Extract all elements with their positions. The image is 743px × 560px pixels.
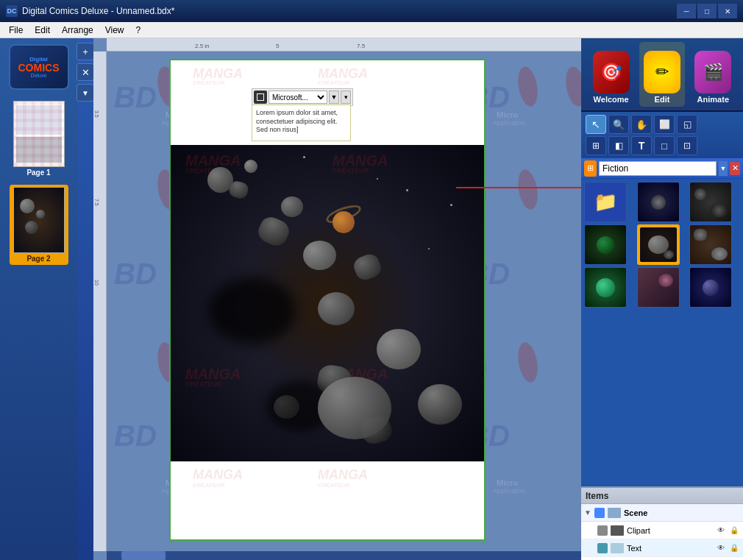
scene-label: Scene xyxy=(624,508,743,517)
minimize-button[interactable]: ─ xyxy=(677,4,696,18)
text-actions: 👁 🔒 xyxy=(715,542,740,554)
select-tool[interactable]: ↖ xyxy=(586,115,606,134)
edit-button[interactable]: ✏ Edit xyxy=(639,42,685,107)
page-1-label: Page 1 xyxy=(26,169,50,177)
titlebar-controls: ─ □ ✕ xyxy=(677,4,737,18)
app-logo: Digital COMICS Deluxe xyxy=(9,44,69,90)
items-header: Items xyxy=(581,488,743,504)
page-outer: MANGA CRÉATEUR MANGA CRÉATEUR Microsoft.… xyxy=(169,59,486,541)
text-tree-label: Text xyxy=(627,544,712,553)
crop2-tool[interactable]: ◱ xyxy=(677,115,697,134)
font-name-select[interactable]: Microsoft... xyxy=(269,91,327,104)
text-color-icon xyxy=(597,543,608,553)
library-dropdown-btn[interactable]: ▼ xyxy=(719,161,728,176)
text-bubble[interactable]: Lorem ipsum dolor sit amet, consectetuer… xyxy=(252,104,351,141)
maximize-button[interactable]: □ xyxy=(697,4,717,18)
text-tool[interactable]: T xyxy=(631,136,652,155)
page-1-thumb[interactable]: Page 1 xyxy=(10,99,68,179)
edit-label: Edit xyxy=(655,95,670,104)
titlebar-left: DC Digital Comics Deluxe - Unnamed.bdx* xyxy=(6,5,174,17)
font-color-swatch[interactable] xyxy=(254,91,267,104)
lib-item-selected[interactable] xyxy=(637,224,680,265)
titlebar: DC Digital Comics Deluxe - Unnamed.bdx* … xyxy=(0,0,743,22)
items-tree: ▼ Scene Clipart 👁 🔒 xyxy=(581,504,743,560)
tools-panel: ↖ 🔍 ✋ ⬜ ◱ ⊞ ◧ T □ ⊡ xyxy=(581,112,743,158)
grid-tool[interactable]: ⊞ xyxy=(586,136,606,155)
lib-folder-item[interactable]: 📁 xyxy=(584,182,627,222)
library-panel: ⊞ ▼ ✕ 📁 xyxy=(581,158,743,486)
app-icon: DC xyxy=(6,5,18,17)
lib-item-3[interactable] xyxy=(584,224,627,265)
font-toolbar: Microsoft... ▼ ▾ xyxy=(252,88,353,106)
welcome-label: Welcome xyxy=(594,95,629,104)
clipart-label: Clipart xyxy=(627,526,712,535)
welcome-button[interactable]: 🎯 Welcome xyxy=(589,42,634,107)
menu-help[interactable]: ? xyxy=(130,24,147,37)
canvas-area: 2.5 in 5 7.5 3.5 7.5 10 BD BD BD BD BD B… xyxy=(93,38,581,560)
left-panel: Digital COMICS Deluxe Page 1 Page 2 xyxy=(0,38,77,560)
crop-tool[interactable]: ⬜ xyxy=(654,115,675,134)
animate-label: Animate xyxy=(697,95,729,104)
h-scroll-thumb[interactable] xyxy=(121,551,166,560)
library-close-btn[interactable]: ✕ xyxy=(730,162,740,175)
text-lock-btn[interactable]: 🔒 xyxy=(728,542,740,554)
add-page-button[interactable]: + xyxy=(77,43,94,60)
library-header: ⊞ ▼ ✕ xyxy=(581,158,743,179)
text-visibility-btn[interactable]: 👁 xyxy=(715,542,727,554)
select2-tool[interactable]: ⊡ xyxy=(677,136,697,155)
font-size-btn[interactable]: ▾ xyxy=(341,91,351,104)
lib-item-6[interactable] xyxy=(584,267,627,308)
scene-color-icon xyxy=(594,508,605,518)
h-scrollbar[interactable] xyxy=(107,551,581,560)
menu-file[interactable]: File xyxy=(3,24,29,37)
tree-item-scene[interactable]: ▼ Scene xyxy=(581,504,743,522)
page-2-thumb[interactable]: Page 2 xyxy=(10,185,68,265)
lib-item-1[interactable] xyxy=(637,182,680,222)
scene-thumb xyxy=(608,508,621,518)
folder-icon: 📁 xyxy=(594,191,617,213)
edit-icon: ✏ xyxy=(644,51,680,93)
library-content: 📁 xyxy=(581,179,743,486)
text-thumb xyxy=(611,543,624,553)
library-grid-icon: ⊞ xyxy=(584,160,597,177)
del-page-button[interactable]: ✕ xyxy=(77,63,94,81)
page-top-area: MANGA CRÉATEUR MANGA CRÉATEUR Microsoft.… xyxy=(171,60,484,539)
tools-row-1: ↖ 🔍 ✋ ⬜ ◱ xyxy=(586,115,739,134)
space-scene: MANGA CRÉATEUR MANGA CRÉATEUR MANGA CRÉA… xyxy=(171,145,484,461)
rect-tool[interactable]: □ xyxy=(654,136,675,155)
canvas-workspace: BD BD BD BD BD BD BD BD BD xyxy=(107,52,581,551)
animate-button[interactable]: 🎬 Animate xyxy=(690,42,736,107)
menu-edit[interactable]: Edit xyxy=(29,24,56,37)
side-tools: + ✕ ▼ xyxy=(77,38,93,560)
scene-expand-icon: ▼ xyxy=(584,508,591,517)
clipart-thumb xyxy=(611,525,624,536)
lib-item-2[interactable] xyxy=(689,182,732,222)
clipart-lock-btn[interactable]: 🔒 xyxy=(728,525,740,536)
lib-item-5[interactable] xyxy=(689,224,732,265)
lib-item-8[interactable] xyxy=(689,267,732,308)
hand-tool[interactable]: ✋ xyxy=(631,115,652,134)
font-dropdown-btn[interactable]: ▼ xyxy=(329,91,339,104)
clipart-visibility-btn[interactable]: 👁 xyxy=(715,525,727,536)
close-button[interactable]: ✕ xyxy=(718,4,737,18)
animate-icon: 🎬 xyxy=(694,51,731,93)
welcome-icon: 🎯 xyxy=(593,51,630,93)
move-page-button[interactable]: ▼ xyxy=(77,84,94,102)
mode-buttons: 🎯 Welcome ✏ Edit 🎬 Animate xyxy=(581,38,743,112)
menu-view[interactable]: View xyxy=(99,24,130,37)
red-arrow xyxy=(456,166,581,210)
ruler-top: 2.5 in 5 7.5 xyxy=(107,38,581,52)
library-title-input[interactable] xyxy=(599,161,717,176)
split-tool[interactable]: ◧ xyxy=(608,136,629,155)
zoom-tool[interactable]: 🔍 xyxy=(608,115,629,134)
page-bottom-area: MANGA CRÉATEUR MANGA CRÉATEUR xyxy=(171,461,484,539)
tree-item-clipart[interactable]: Clipart 👁 🔒 xyxy=(581,522,743,539)
clipart-actions: 👁 🔒 xyxy=(715,525,740,536)
items-title: Items xyxy=(586,491,608,501)
page-2-label: Page 2 xyxy=(26,255,50,263)
tree-item-text[interactable]: Text 👁 🔒 xyxy=(581,539,743,557)
menu-arrange[interactable]: Arrange xyxy=(56,24,99,37)
lib-item-7[interactable] xyxy=(637,267,680,308)
clipart-color-icon xyxy=(597,525,608,536)
window-title: Digital Comics Deluxe - Unnamed.bdx* xyxy=(22,6,174,16)
